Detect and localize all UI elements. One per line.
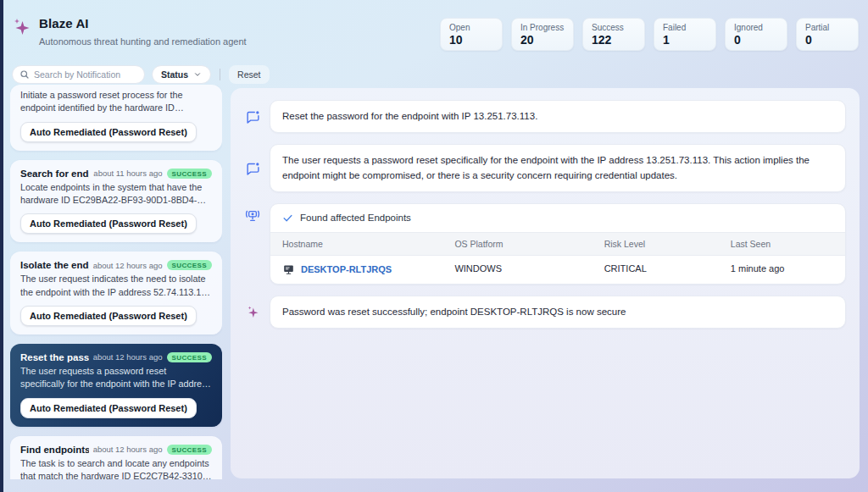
message-square-icon: [244, 161, 261, 175]
filter-bar: Status Reset: [12, 65, 270, 84]
notification-list: Initiate a password reset process for th…: [10, 85, 222, 479]
stat-value: 10: [449, 33, 493, 47]
check-icon: [282, 213, 293, 224]
notification-title: Find endpoints with spe...: [20, 445, 89, 455]
stat-label: In Progress: [520, 23, 565, 32]
stat-value: 20: [520, 33, 565, 47]
notification-body: The user request indicates the need to i…: [20, 273, 212, 299]
notification-title: Search for endpoints wit...: [20, 169, 89, 179]
stat-card-ignored: Ignored 0: [725, 18, 787, 51]
search-icon: [19, 69, 30, 80]
search-input[interactable]: [34, 69, 137, 80]
notification-card-selected[interactable]: Reset the password for t... about 12 hou…: [10, 344, 222, 427]
column-header-last-seen: Last Seen: [719, 233, 845, 255]
monitor-scan-icon: [244, 208, 261, 224]
app-header: Blaze AI Autonomous threat hunting and r…: [12, 16, 247, 47]
notification-time: about 11 hours ago: [93, 169, 162, 178]
endpoints-title: Found affected Endpoints: [300, 213, 411, 223]
hostname-cell: DESKTOP-RLTJRQS: [270, 256, 442, 284]
stat-value: 0: [734, 33, 778, 47]
search-box[interactable]: [12, 65, 145, 84]
auto-remediated-button[interactable]: Auto Remediated (Password Reset): [20, 122, 197, 142]
chevron-down-icon: [193, 70, 202, 79]
stat-value: 122: [592, 33, 636, 47]
os-platform-cell: WINDOWS: [442, 256, 592, 284]
result-row: Password was reset successfully; endpoin…: [244, 296, 846, 329]
stat-card-open: Open 10: [440, 18, 503, 51]
stat-label: Failed: [663, 23, 707, 32]
stat-label: Ignored: [734, 23, 778, 32]
last-seen-cell: 1 minute ago: [719, 256, 845, 284]
auto-remediated-button[interactable]: Auto Remediated (Password Reset): [20, 213, 197, 234]
auto-remediated-button[interactable]: Auto Remediated (Password Reset): [20, 306, 197, 326]
auto-remediated-button[interactable]: Auto Remediated (Password Reset): [20, 398, 197, 418]
sparkle-icon: [244, 305, 261, 319]
notification-card[interactable]: Initiate a password reset process for th…: [10, 85, 222, 151]
risk-level-cell: CRITICAL: [593, 256, 719, 284]
status-badge: SUCCESS: [167, 260, 212, 270]
status-badge: SUCCESS: [167, 352, 212, 362]
result-card: Password was reset successfully; endpoin…: [270, 296, 846, 329]
stat-label: Open: [449, 23, 493, 32]
stat-value: 1: [663, 33, 707, 47]
stat-value: 0: [805, 33, 849, 47]
stat-label: Partial: [805, 23, 849, 32]
endpoints-card: Found affected Endpoints Hostname OS Pla…: [270, 203, 846, 285]
notification-card[interactable]: Find endpoints with spe... about 12 hour…: [10, 436, 222, 479]
filter-divider: [220, 69, 220, 80]
endpoints-row: Found affected Endpoints Hostname OS Pla…: [244, 203, 846, 285]
reset-filters-button[interactable]: Reset: [229, 65, 269, 84]
notification-title: Reset the password for t...: [20, 352, 89, 362]
column-header-os-platform: OS Platform: [442, 233, 592, 255]
notification-card[interactable]: Isolate the endpoint with... about 12 ho…: [10, 252, 222, 334]
stat-card-success: Success 122: [582, 18, 645, 51]
endpoint-row: DESKTOP-RLTJRQS WINDOWS CRITICAL 1 minut…: [270, 256, 845, 284]
notification-body: The task is to search and locate any end…: [20, 457, 212, 479]
notification-title: Isolate the endpoint with...: [20, 260, 89, 270]
message-row: Reset the password for the endpoint with…: [244, 100, 846, 133]
stats-row: Open 10 In Progress 20 Success 122 Faile…: [440, 18, 859, 51]
detail-panel: Reset the password for the endpoint with…: [231, 88, 860, 478]
notification-body: The user requests a password reset speci…: [20, 365, 212, 391]
message-row: The user requests a password reset speci…: [244, 144, 846, 192]
notification-time: about 12 hours ago: [93, 445, 163, 454]
stat-card-in-progress: In Progress 20: [511, 18, 574, 51]
endpoints-table: Hostname OS Platform Risk Level Last See…: [270, 232, 845, 284]
monitor-icon: [282, 263, 295, 276]
stat-card-partial: Partial 0: [796, 18, 859, 51]
message-square-icon: [244, 109, 261, 124]
app-logo-sparkle-icon: [12, 17, 32, 37]
status-dropdown-label: Status: [161, 69, 188, 80]
notification-time: about 12 hours ago: [93, 352, 163, 362]
status-dropdown[interactable]: Status: [152, 65, 211, 84]
status-badge: SUCCESS: [167, 445, 212, 455]
app-subtitle: Autonomous threat hunting and remediatio…: [39, 36, 247, 47]
message-card: Reset the password for the endpoint with…: [270, 100, 846, 133]
column-header-hostname: Hostname: [270, 233, 442, 255]
notification-card[interactable]: Search for endpoints wit... about 11 hou…: [10, 160, 222, 243]
status-badge: SUCCESS: [167, 169, 212, 179]
column-header-risk-level: Risk Level: [593, 233, 719, 255]
message-card: The user requests a password reset speci…: [270, 144, 846, 192]
notification-body: Initiate a password reset process for th…: [20, 89, 212, 115]
notification-body: Locate endpoints in the system that have…: [20, 181, 212, 207]
stat-card-failed: Failed 1: [654, 18, 716, 51]
hostname-link[interactable]: DESKTOP-RLTJRQS: [301, 264, 392, 274]
endpoints-table-header: Hostname OS Platform Risk Level Last See…: [270, 232, 845, 256]
notification-time: about 12 hours ago: [93, 261, 163, 270]
app-title: Blaze AI: [39, 16, 247, 30]
stat-label: Success: [592, 23, 636, 32]
left-edge-strip: [0, 0, 3, 492]
